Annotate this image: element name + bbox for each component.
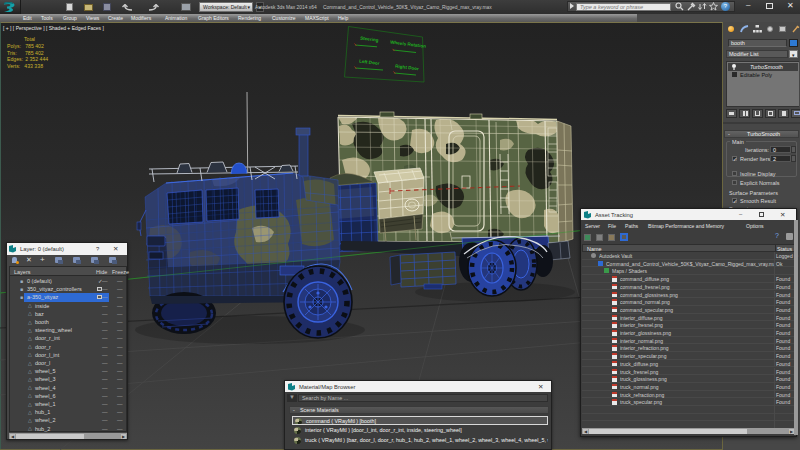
svg-text:Wheels Rotation: Wheels Rotation — [390, 40, 427, 49]
svg-text:Steering: Steering — [360, 36, 379, 43]
svg-text:Left Door: Left Door — [359, 59, 380, 66]
svg-text:Right Door: Right Door — [395, 64, 419, 72]
